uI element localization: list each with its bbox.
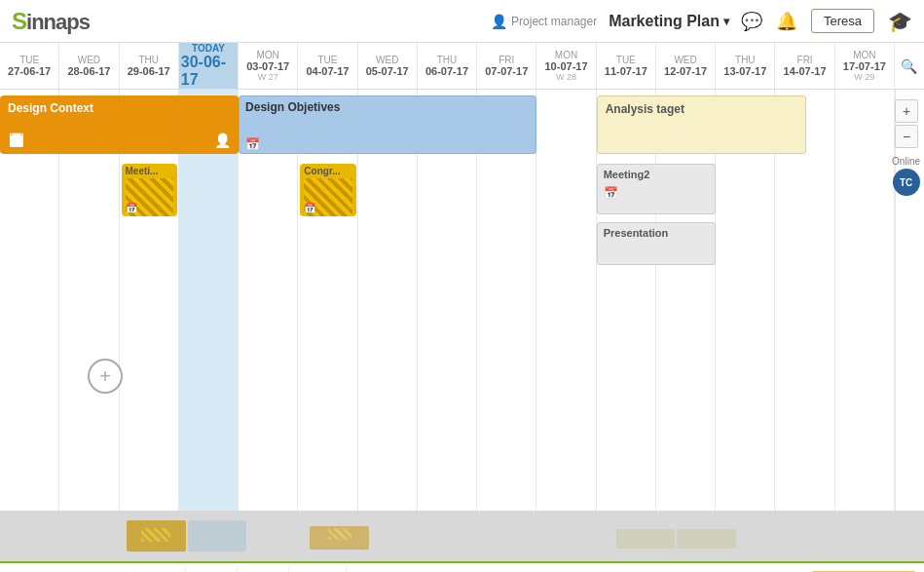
mini-col-8 <box>494 516 553 555</box>
project-name[interactable]: Marketing Plan ▾ <box>609 13 729 30</box>
mini-map <box>0 511 924 561</box>
zoom-in-button[interactable]: + <box>895 99 918 123</box>
grid-col-6 <box>358 90 418 511</box>
graduation-cap-icon: 🎓 <box>888 10 912 33</box>
grid-body: Design Context 📅 👤 Design Objetives 📅 An… <box>0 90 924 511</box>
search-header[interactable]: 🔍 <box>895 43 924 89</box>
grid-col-7 <box>418 90 477 511</box>
online-label: Online <box>892 156 920 167</box>
chat-icon[interactable]: 💬 <box>741 11 762 32</box>
chevron-down-icon: ▾ <box>723 15 729 28</box>
grid-col-9 <box>536 90 596 511</box>
mini-col-3 <box>188 520 247 552</box>
col-fri-07: FRI 07-07-17 <box>477 43 536 89</box>
mini-col-9 <box>555 516 614 555</box>
col-mon-10: MON 10-07-17 W 28 <box>536 43 596 89</box>
logo[interactable]: Sinnaps <box>12 8 90 35</box>
grid-col-3 <box>179 90 239 511</box>
add-button[interactable]: + <box>88 359 123 394</box>
person-icon: 👤 <box>491 14 507 29</box>
col-mon-03: MON 03-07-17 W 27 <box>239 43 298 89</box>
grid-col-13 <box>775 90 834 511</box>
grid-col-search <box>895 90 924 511</box>
col-thu-06: THU 06-07-17 <box>418 43 477 89</box>
online-user-badge: TC <box>893 169 920 196</box>
grid-col-2 <box>120 90 179 511</box>
mini-col-6 <box>371 516 430 555</box>
grid-col-12 <box>716 90 775 511</box>
search-icon[interactable]: 🔍 <box>901 58 917 74</box>
user-button[interactable]: Teresa <box>811 9 874 33</box>
grid-col-4 <box>239 90 298 511</box>
col-tue-11: TUE 11-07-17 <box>597 43 656 89</box>
column-headers: TUE 27-06-17 WED 28-06-17 THU 29-06-17 T… <box>0 43 924 90</box>
header: Sinnaps 👤 Project manager Marketing Plan… <box>0 0 924 43</box>
grid-col-11 <box>656 90 716 511</box>
col-mon-17: MON 17-07-17 W 29 <box>835 43 895 89</box>
mini-col-2 <box>127 520 186 552</box>
col-thu-13: THU 13-07-17 <box>716 43 775 89</box>
people-button[interactable]: 👥 <box>289 567 347 572</box>
mini-col-12 <box>738 516 797 555</box>
mini-col-0 <box>4 516 63 555</box>
mini-col-10 <box>616 529 676 549</box>
mini-col-5 <box>310 526 369 550</box>
col-today: Today 30-06-17 <box>179 43 239 89</box>
mini-col-14 <box>861 516 920 555</box>
grid-col-5 <box>298 90 357 511</box>
bottom-toolbar: Help ∧ ☰ ◷ ◑ 👥 📄 ▾ ⚙ Testing mode <box>0 561 924 572</box>
mini-col-11 <box>677 529 736 549</box>
palette-button[interactable]: ◑ <box>238 567 289 572</box>
zoom-controls: + − <box>895 99 918 148</box>
mini-col-1 <box>65 516 125 555</box>
col-wed-12: WED 12-07-17 <box>656 43 716 89</box>
bell-icon[interactable]: 🔔 <box>776 11 797 32</box>
mini-col-13 <box>799 516 859 555</box>
clock-button[interactable]: ◷ <box>186 567 238 572</box>
col-wed-28: WED 28-06-17 <box>59 43 119 89</box>
grid-col-14 <box>835 90 895 511</box>
grid-col-10 <box>597 90 656 511</box>
col-tue-27: TUE 27-06-17 <box>0 43 59 89</box>
col-wed-05: WED 05-07-17 <box>358 43 418 89</box>
col-thu-29: THU 29-06-17 <box>120 43 179 89</box>
col-fri-14: FRI 14-07-17 <box>775 43 834 89</box>
grid-col-0 <box>0 90 59 511</box>
online-indicator: Online TC <box>892 156 920 196</box>
col-tue-04: TUE 04-07-17 <box>298 43 357 89</box>
list-view-button[interactable]: ☰ <box>134 567 186 572</box>
grid-col-1 <box>59 90 119 511</box>
mini-col-7 <box>432 516 492 555</box>
project-manager-label: 👤 Project manager <box>491 14 597 29</box>
document-button[interactable]: 📄 ▾ <box>761 567 811 572</box>
zoom-out-button[interactable]: − <box>895 125 918 148</box>
calendar-area: TUE 27-06-17 WED 28-06-17 THU 29-06-17 T… <box>0 43 924 511</box>
grid-col-8 <box>477 90 536 511</box>
header-icons: 💬 🔔 Teresa 🎓 <box>741 9 912 33</box>
mini-col-4 <box>248 516 308 555</box>
